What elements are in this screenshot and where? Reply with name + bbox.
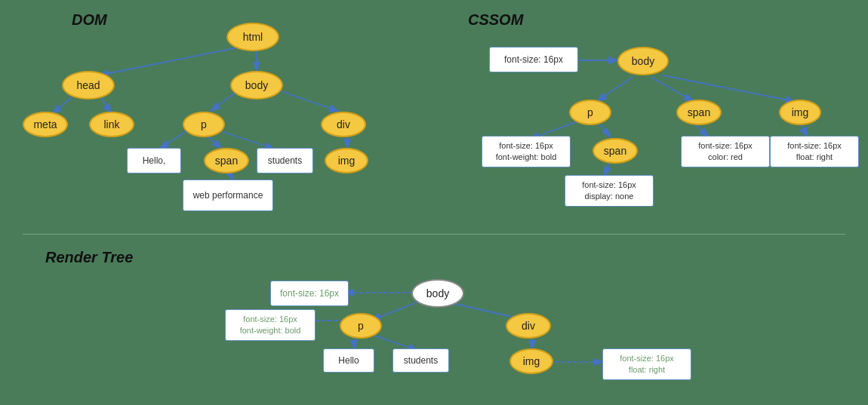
dom-link-node: link bbox=[89, 112, 134, 137]
svg-line-7 bbox=[274, 89, 340, 112]
svg-line-10 bbox=[219, 130, 275, 149]
dom-web-performance-node: web performance bbox=[183, 179, 273, 211]
render-title: Render Tree bbox=[45, 249, 133, 266]
dom-head-node: head bbox=[62, 71, 115, 100]
render-fontsize-top: font-size: 16px bbox=[270, 281, 349, 306]
render-div-node: div bbox=[506, 313, 551, 339]
render-body-node: body bbox=[411, 279, 464, 308]
dom-title: DOM bbox=[72, 11, 107, 29]
cssom-body-node: body bbox=[617, 47, 669, 75]
render-hello-node: Hello bbox=[323, 348, 374, 373]
render-img-node: img bbox=[509, 348, 553, 374]
dom-body-node: body bbox=[230, 71, 283, 100]
dom-hello-node: Hello, bbox=[127, 148, 181, 173]
diagram-container: DOM CSSOM Render Tree html head body met… bbox=[0, 0, 868, 405]
cssom-p-node: p bbox=[569, 100, 611, 125]
render-p-style: font-size: 16px font-weight: bold bbox=[225, 309, 315, 341]
cssom-img-node: img bbox=[779, 100, 821, 125]
dom-p-node: p bbox=[183, 112, 225, 137]
dom-span-node: span bbox=[204, 148, 249, 173]
dom-meta-node: meta bbox=[23, 112, 68, 137]
svg-line-2 bbox=[98, 47, 242, 75]
cssom-span-node: span bbox=[676, 100, 722, 125]
cssom-p-style: font-size: 16px font-weight: bold bbox=[482, 136, 571, 167]
render-img-style: font-size: 16px float: right bbox=[602, 348, 691, 380]
dom-html-node: html bbox=[226, 23, 279, 51]
render-p-node: p bbox=[340, 313, 382, 339]
svg-line-14 bbox=[596, 77, 633, 102]
cssom-span-style: font-size: 16px color: red bbox=[681, 136, 770, 167]
cssom-title: CSSOM bbox=[468, 11, 523, 29]
cssom-span-child-node: span bbox=[593, 138, 638, 164]
cssom-span-child-style: font-size: 16px display: none bbox=[565, 175, 654, 207]
svg-line-15 bbox=[651, 77, 694, 102]
render-students-node: students bbox=[392, 348, 449, 373]
svg-line-18 bbox=[598, 122, 611, 138]
section-divider bbox=[23, 234, 845, 235]
dom-students-node: students bbox=[257, 148, 313, 173]
dom-img-node: img bbox=[325, 148, 368, 173]
svg-line-8 bbox=[159, 130, 187, 149]
svg-line-16 bbox=[663, 75, 796, 102]
arrows-svg bbox=[0, 0, 868, 405]
dom-div-node: div bbox=[321, 112, 366, 137]
cssom-img-style: font-size: 16px float: right bbox=[770, 136, 859, 167]
cssom-fontsize-top: font-size: 16px bbox=[489, 47, 578, 72]
